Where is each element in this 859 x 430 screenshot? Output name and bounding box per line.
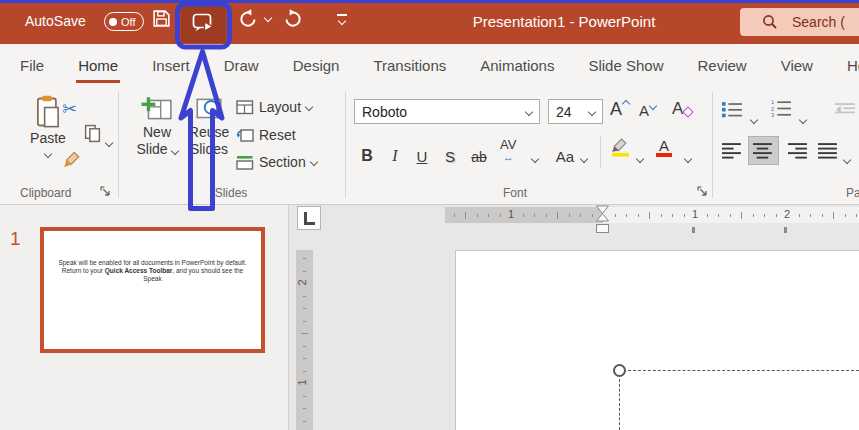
align-right-button[interactable]: [788, 143, 809, 159]
slide-thumbnail[interactable]: Speak will be enabled for all documents …: [40, 227, 265, 353]
justify-button[interactable]: [818, 143, 839, 159]
layout-button[interactable]: Layout: [236, 99, 312, 115]
bulleted-list-icon: [722, 101, 743, 118]
ruler-tick: [303, 346, 306, 347]
decrease-indent-button[interactable]: [835, 102, 856, 117]
clear-formatting-button[interactable]: A: [672, 99, 692, 119]
reuse-slides-button[interactable]: Reuse Slides: [183, 94, 235, 158]
clear-format-letter: A: [672, 99, 683, 118]
new-slide-label: New: [143, 124, 171, 141]
indent-markers[interactable]: [595, 205, 610, 223]
underline-button[interactable]: U: [412, 139, 432, 165]
new-slide-button[interactable]: New Slide: [131, 94, 183, 158]
numbering-dropdown[interactable]: [800, 109, 806, 127]
text-shadow-button[interactable]: S: [440, 139, 460, 165]
vertical-ruler: 21: [296, 250, 313, 430]
font-color-button[interactable]: A: [656, 137, 672, 157]
tab-help[interactable]: Help: [845, 48, 859, 83]
align-right-icon: [788, 143, 809, 159]
numbered-list-icon: 1 2 3: [771, 99, 792, 118]
new-slide-icon: [141, 94, 173, 124]
ruler-tick: [592, 214, 593, 217]
copy-dropdown[interactable]: [106, 132, 112, 150]
change-case-button[interactable]: Aa: [553, 139, 577, 165]
align-left-button[interactable]: [722, 143, 743, 159]
tab-stop-mark[interactable]: [784, 227, 787, 233]
ruler-tick: [303, 308, 306, 309]
font-group-label: Font: [503, 186, 527, 200]
tab-view[interactable]: View: [779, 48, 815, 83]
tab-selector-box[interactable]: [297, 206, 321, 230]
shadow-label: S: [445, 148, 455, 165]
spacing-dropdown[interactable]: [532, 148, 538, 166]
ruler-tick: [303, 271, 306, 272]
italic-button[interactable]: I: [385, 139, 405, 165]
font-dialog-launcher-icon[interactable]: [697, 186, 708, 197]
ruler-number: 1: [296, 379, 308, 385]
tab-design[interactable]: Design: [291, 48, 342, 83]
save-button[interactable]: [151, 8, 172, 29]
layout-label: Layout: [259, 99, 301, 115]
floppy-disk-icon: [151, 8, 172, 29]
toggle-knob-icon: [109, 18, 117, 26]
reuse-slides-label2: Slides: [190, 141, 228, 158]
undo-button[interactable]: [235, 8, 258, 28]
tab-file[interactable]: File: [18, 48, 46, 83]
tab-slide-show[interactable]: Slide Show: [586, 48, 665, 83]
speak-button[interactable]: [181, 4, 226, 43]
tab-home[interactable]: Home: [76, 48, 120, 83]
resize-handle-circle[interactable]: [613, 364, 626, 377]
font-color-dropdown[interactable]: [685, 148, 691, 166]
case-dropdown[interactable]: [581, 148, 587, 166]
font-size-combo[interactable]: 24: [548, 99, 603, 124]
copy-pages-icon: [84, 124, 101, 143]
justify-dropdown[interactable]: [844, 149, 850, 167]
tab-animations[interactable]: Animations: [478, 48, 556, 83]
grow-font-button[interactable]: A: [610, 99, 629, 120]
format-painter-button[interactable]: [62, 149, 82, 169]
tab-insert[interactable]: Insert: [150, 48, 192, 83]
reset-label: Reset: [259, 127, 296, 143]
search-box[interactable]: Search (: [740, 8, 859, 36]
font-family-combo[interactable]: Roboto: [354, 99, 540, 124]
clipboard-paste-icon: [33, 94, 63, 130]
clipboard-dialog-launcher-icon[interactable]: [100, 186, 111, 197]
tab-stop-mark[interactable]: [692, 227, 695, 233]
ribbon-tabs: FileHomeInsertDrawDesignTransitionsAnima…: [0, 44, 859, 86]
ruler-tick: [684, 214, 685, 217]
chevron-down-icon: [309, 158, 317, 166]
left-indent-marker[interactable]: [596, 224, 609, 233]
ruler-tick: [303, 421, 306, 422]
character-spacing-button[interactable]: AV ↔: [500, 138, 516, 163]
svg-text:3: 3: [771, 112, 774, 118]
reset-button[interactable]: Reset: [236, 127, 296, 143]
section-button[interactable]: Section: [236, 154, 317, 170]
strikethrough-button[interactable]: ab: [467, 139, 491, 165]
ruler-tick: [569, 214, 570, 217]
cut-button[interactable]: ✂: [62, 98, 77, 120]
tab-draw[interactable]: Draw: [222, 48, 261, 83]
undo-dropdown[interactable]: [265, 15, 271, 21]
redo-button[interactable]: [283, 8, 306, 28]
strikethrough-label: ab: [471, 149, 487, 165]
align-center-button[interactable]: [753, 143, 774, 159]
copy-button[interactable]: [84, 124, 101, 143]
shrink-font-button[interactable]: A: [639, 102, 656, 119]
slides-group-label: Slides: [215, 186, 248, 200]
highlight-dropdown[interactable]: [637, 148, 643, 166]
bullets-dropdown[interactable]: [751, 109, 757, 127]
bullets-button[interactable]: [722, 101, 743, 118]
tab-review[interactable]: Review: [695, 48, 748, 83]
italic-label: I: [392, 147, 397, 165]
slide-canvas[interactable]: [455, 250, 859, 430]
numbering-button[interactable]: 1 2 3: [771, 99, 792, 118]
bold-button[interactable]: B: [356, 139, 378, 165]
search-placeholder: Search (: [792, 14, 845, 30]
customize-qat-button[interactable]: [337, 14, 347, 24]
tab-transitions[interactable]: Transitions: [371, 48, 448, 83]
eraser-diamond-icon: [683, 106, 694, 117]
ruler-tick: [718, 214, 719, 217]
chevron-up-icon: [622, 100, 630, 108]
autosave-toggle[interactable]: Off: [104, 12, 144, 31]
text-highlight-button[interactable]: [610, 136, 631, 157]
